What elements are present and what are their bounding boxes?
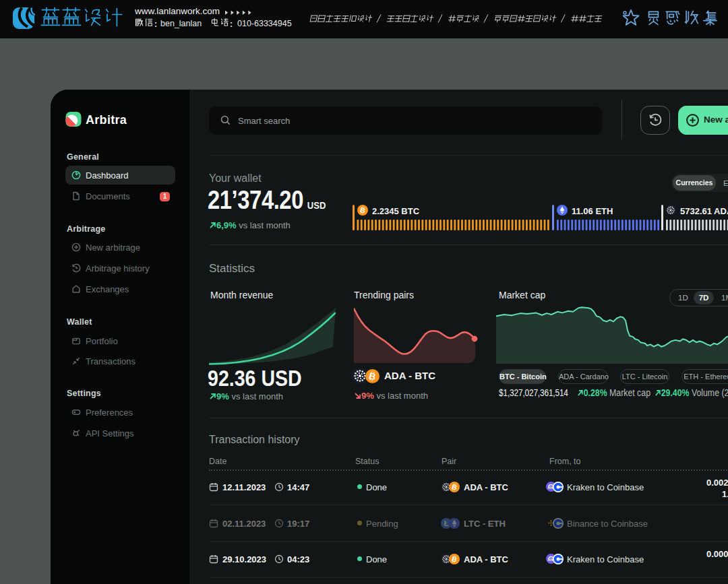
svg-text:Ł: Ł [444,520,449,527]
